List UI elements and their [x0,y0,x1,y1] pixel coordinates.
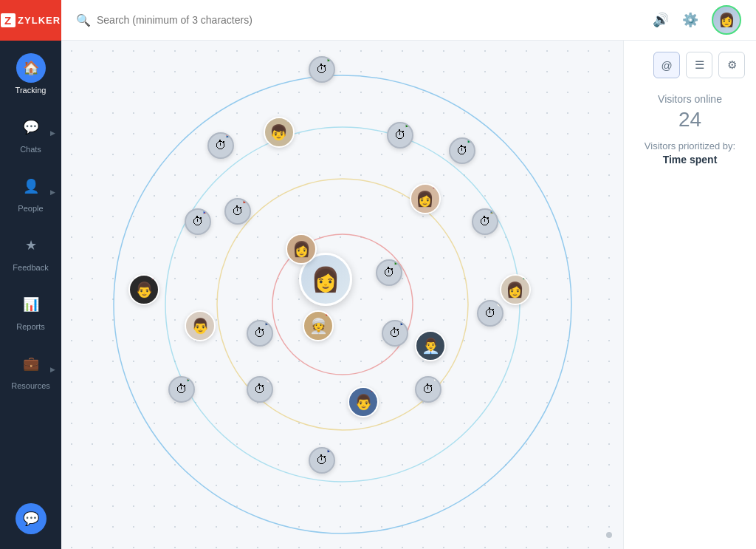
visitor-avatar-22: 👨 🇺🇸 [348,386,379,417]
sliders-icon: ⚙ [727,58,737,72]
visitor-node-1[interactable]: ⏱ 🇮🇳 [309,56,335,83]
visitor-22-flag: 🇺🇸 [371,386,379,392]
visitor-avatar-4: ⏱ 🇮🇳 [387,122,413,149]
sidebar-label-resources: Resources [11,381,50,390]
people-icon: 👤 [23,178,39,194]
visitor-avatar-9: ⏱ 🇸🇧 [472,208,498,235]
visitor-node-14[interactable]: 👳 🇦🇪 [303,310,334,341]
visitor-node-17[interactable]: ⏱ 🇪🇺 [382,320,408,347]
panel-at-button[interactable]: @ [653,52,680,78]
visitor-node-11[interactable]: ⏱ 🇮🇳 [376,259,402,286]
visitor-node-15[interactable]: ⏱ 🇳🇱 [247,320,273,347]
panel-icons: @ ☰ ⚙ [635,52,745,78]
visitor-12-flag: 🇬🇧 [151,274,159,280]
visitor-23-flag: 🇵🇰 [433,376,441,382]
visitor-avatar-12-image: 👨 [135,281,154,299]
chat-bubble-button[interactable]: 💬 [16,503,47,534]
visitor-node-2[interactable]: ⏱ 🇰🇵 [207,132,234,159]
panel-filter-button[interactable]: ⚙ [718,52,745,78]
visitor-2-flag: 🇰🇵 [226,132,234,138]
sidebar-item-feedback[interactable]: ★ Feedback [0,222,61,281]
visitor-6-flag: 🇨🇳 [243,198,251,204]
app-logo[interactable]: Z ZYLKER [0,0,61,41]
visitor-1-flag: 🇮🇳 [327,56,335,62]
volume-icon[interactable]: 🔊 [653,12,669,28]
visitor-node-18[interactable]: 👨‍💼 [415,330,446,361]
visitor-4-flag: 🇮🇳 [405,122,413,128]
visitor-avatar-13: 👩 🇮🇪 [500,274,531,305]
sidebar-label-feedback: Feedback [13,263,48,272]
visitor-node-22[interactable]: 👨 🇺🇸 [348,386,379,417]
visitor-node-9[interactable]: ⏱ 🇸🇧 [472,208,498,235]
visitor-16-flag: 🇸🇬 [207,310,216,316]
at-icon: @ [661,59,672,72]
sidebar-nav: 🏠 Tracking 💬 Chats ▶ 👤 People ▶ ★ Feedba [0,41,61,503]
right-panel: @ ☰ ⚙ Visitors online 24 Visitors priori… [623,41,756,549]
visitor-10-dot [310,233,317,240]
visitor-avatar-3-image: 👦 [269,123,288,141]
visitor-node-19[interactable]: ⏱ [477,300,504,327]
reports-icon-wrap: 📊 [16,290,46,319]
panel-list-button[interactable]: ☰ [686,52,712,78]
logo-letter: Z [1,13,16,27]
sidebar-item-chats[interactable]: 💬 Chats ▶ [0,103,61,163]
visitor-avatar-13-image: 👩 [506,281,524,299]
search-input[interactable] [97,14,281,26]
visitor-avatar-23-image: ⏱ [422,383,434,396]
visitor-node-21[interactable]: ⏱ [247,376,273,403]
tracking-icon-wrap: 🏠 [16,53,46,83]
visitor-avatar-24: ⏱ 🇫🇷 [309,447,335,474]
visitor-avatar-9-image: ⏱ [479,215,491,228]
visitor-avatar-11-image: ⏱ [383,266,395,279]
visitor-node-23[interactable]: ⏱ 🇵🇰 [415,376,441,403]
settings-icon[interactable]: ⚙️ [682,12,698,28]
topbar: 🔍 🔊 ⚙️ 👩 [61,0,756,41]
visitor-node-16[interactable]: 👨 🇸🇬 [185,310,216,341]
sidebar-item-people[interactable]: 👤 People ▶ [0,163,61,222]
visitor-19-dot [497,300,504,307]
visitor-avatar-19-image: ⏱ [484,307,496,320]
visitors-prioritized-value: Time spent [635,154,745,166]
feedback-icon-wrap: ★ [16,231,46,260]
visitor-node-13[interactable]: 👩 🇮🇪 [500,274,531,305]
sidebar-item-reports[interactable]: 📊 Reports [0,281,61,340]
sidebar-item-resources[interactable]: 💼 Resources ▶ [0,340,61,399]
visitors-prioritized-label: Visitors prioritized by: [635,140,745,151]
visitor-avatar-14-image: 👳 [309,317,328,335]
visitor-node-8[interactable]: 👩 🇺🇸 [410,183,441,214]
chats-arrow-icon: ▶ [50,129,55,137]
visitor-avatar-17: ⏱ 🇪🇺 [382,320,408,347]
visitor-node-7[interactable]: ⏱ 🇵🇷 [185,208,211,235]
visitor-15-flag: 🇳🇱 [265,320,273,326]
visitor-avatar-8-image: 👩 [416,190,434,208]
visitor-node-10[interactable]: 👩 [286,233,317,265]
visitor-node-5[interactable]: ⏱ 🇮🇹 [449,137,475,164]
visitor-avatar-20-image: ⏱ [176,383,188,396]
visitor-9-flag: 🇸🇧 [490,208,498,214]
visitor-avatar-23: ⏱ 🇵🇰 [415,376,441,403]
visitor-avatar-20: ⏱ 🇿🇦 [168,376,195,403]
resources-icon-wrap: 💼 [16,349,46,378]
visitor-21-dot [267,376,273,383]
visitor-avatar-8: 👩 🇺🇸 [410,183,441,214]
resources-arrow-icon: ▶ [50,366,55,373]
chat-bubble-icon: 💬 [23,511,39,527]
visitor-node-12[interactable]: 👨 🇬🇧 [128,274,159,305]
avatar-image: 👩 [718,12,735,28]
visitor-avatar-21-image: ⏱ [254,383,266,396]
sidebar-bottom: 💬 [16,503,47,549]
visitor-avatar-22-image: 👨 [354,393,373,411]
sidebar-item-tracking[interactable]: 🏠 Tracking [0,44,61,103]
user-avatar[interactable]: 👩 [712,5,741,35]
visitor-node-20[interactable]: ⏱ 🇿🇦 [168,376,195,403]
visitor-node-4[interactable]: ⏱ 🇮🇳 [387,122,413,149]
visitor-avatar-16: 👨 🇸🇬 [185,310,216,341]
tracking-area: 👩 ⏱ 🇮🇳 ⏱ 🇰🇵 👦 🇰 [61,41,756,549]
visitor-avatar-2: ⏱ 🇰🇵 [207,132,234,159]
star-icon: ★ [25,237,37,253]
visitor-node-6[interactable]: ⏱ 🇨🇳 [224,198,251,225]
visitor-avatar-10: 👩 [286,233,317,265]
visitor-node-24[interactable]: ⏱ 🇫🇷 [309,447,335,474]
app-name: ZYLKER [18,15,61,26]
visitor-node-3[interactable]: 👦 🇰🇷 [264,117,295,148]
